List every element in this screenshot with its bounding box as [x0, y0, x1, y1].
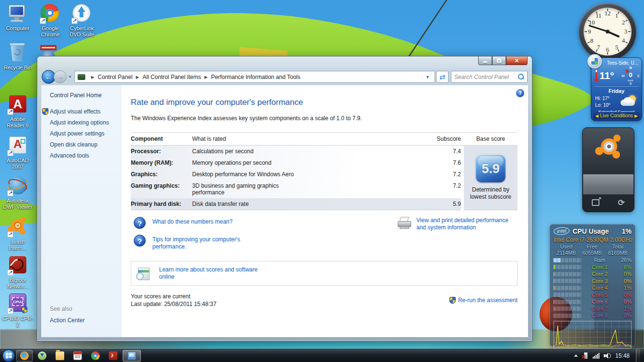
clock-face: 123456789101112: [584, 8, 632, 56]
sidebar-item-open-disk-cleanup[interactable]: Open disk cleanup: [50, 141, 121, 148]
search-icon[interactable]: [518, 74, 524, 80]
sidebar-item-action-center[interactable]: Action Center: [50, 317, 85, 324]
battery-icon[interactable]: ✕: [582, 352, 588, 359]
desktop-icon-autocad[interactable]: A AutoCAD 2007: [2, 135, 34, 170]
breadcrumb-arrow-icon: ▶: [133, 75, 143, 79]
cpu-total-usage: 1%: [622, 227, 632, 235]
row-component: Primary hard disk:: [131, 201, 192, 207]
address-bar[interactable]: ▶ Control Panel ▶ All Control Panel Item…: [74, 71, 435, 83]
refresh-button[interactable]: ⇄: [436, 71, 448, 83]
address-dropdown-icon[interactable]: ▼: [422, 75, 433, 79]
help-icon[interactable]: ?: [516, 89, 524, 97]
col-component: Component: [131, 136, 192, 142]
cpu-usage-row: Core 50%: [553, 292, 632, 299]
volume-icon[interactable]: [604, 352, 611, 359]
cpu-usage-row: Core 20%: [553, 271, 632, 278]
breadcrumb-arrow-icon: ▶: [201, 75, 211, 79]
desktop-icon-google-chrome[interactable]: Google Chrome: [34, 3, 66, 38]
link-label[interactable]: What do these numbers mean?: [152, 217, 232, 226]
breadcrumb-performance-tools[interactable]: Performance Information and Tools: [211, 74, 300, 80]
avast-icon: [7, 216, 29, 238]
live-conditions-bar[interactable]: ◀ Live Conditions ▶: [593, 112, 640, 119]
desktop-icon-recycle-bin[interactable]: Recycle Bin: [2, 42, 34, 71]
taskbar-item-firefox[interactable]: [16, 350, 33, 362]
row-subscore: 5.9: [431, 201, 461, 207]
compass-s: S: [630, 82, 632, 85]
usage-gauge: [553, 286, 581, 290]
desktop-icon-label: Adobe Reader 9: [2, 116, 34, 129]
close-button[interactable]: ✕: [506, 57, 528, 65]
desktop-icon-avast[interactable]: avast! Intern...: [2, 216, 34, 251]
link-rerun-assessment[interactable]: Re-run the assessment: [449, 293, 518, 308]
row-rated: 3D business and gaming graphics performa…: [192, 182, 297, 196]
desktop-icon-label: Recycle Bin: [2, 65, 34, 71]
weather-gadget[interactable]: Tees-Side, U... 11° N S W E 0 km/h Frida…: [591, 57, 642, 121]
show-desktop-button[interactable]: [636, 349, 640, 362]
taskbar-item-red-app[interactable]: [105, 350, 121, 362]
link-what-numbers-mean[interactable]: ? What do these numbers mean?: [134, 217, 398, 229]
refresh-icon[interactable]: ⟳: [618, 198, 625, 208]
desktop-icon-cpuz[interactable]: CPUZ CPUID CPU-Z: [2, 293, 34, 328]
desktop-icon-autodesk-dwf-viewer[interactable]: Autodesk DWF Viewer: [2, 175, 34, 210]
clock-tick: [585, 31, 587, 32]
cpu-model: Intel Core i7-2630QM 2.00GHz: [553, 237, 632, 243]
taskbar-item-chrome[interactable]: [87, 350, 104, 362]
desktop-icon-bigfoot-networks[interactable]: Bigfoot Networ...: [2, 255, 34, 290]
desktop-icon-computer[interactable]: Computer: [2, 3, 34, 32]
cpuz-icon: CPUZ: [7, 293, 29, 314]
bigfoot-icon: [7, 255, 29, 276]
link-view-print[interactable]: View and print detailed performance and …: [398, 217, 518, 256]
system-tray: ✕ 15:48: [574, 349, 644, 362]
cpu-row-value: 0%: [615, 299, 632, 305]
show-hidden-icons-chevron[interactable]: [574, 354, 578, 357]
sidebar-item-control-panel-home[interactable]: Control Panel Home: [50, 92, 121, 99]
status-row: Your scores are current Last update: 25/…: [131, 293, 518, 308]
link-label[interactable]: Re-run the assessment: [458, 297, 518, 304]
search-box[interactable]: [451, 71, 528, 83]
avast-gadget[interactable]: ⟳: [582, 127, 634, 212]
link-label[interactable]: Tips for improving your computer's perfo…: [152, 235, 263, 250]
taskbar-item-idm[interactable]: [34, 350, 50, 362]
breadcrumb-all-items[interactable]: All Control Panel Items: [142, 74, 201, 80]
sidebar-item-adjust-indexing-options[interactable]: Adjust indexing options: [50, 119, 121, 126]
cpu-usage-gadget[interactable]: intel CPU Usage 1% Intel Core i7-2630QM …: [550, 224, 635, 347]
maximize-button[interactable]: [492, 57, 506, 65]
learn-more-box[interactable]: Learn more about scores and software onl…: [131, 261, 518, 286]
row-subscore: 7.4: [431, 148, 461, 155]
open-window-icon[interactable]: [592, 199, 599, 206]
forward-button[interactable]: →: [54, 70, 67, 83]
taskbar-item-control-panel[interactable]: [123, 350, 141, 362]
minimize-button[interactable]: [478, 57, 492, 65]
sidebar-item-adjust-visual-effects[interactable]: Adjust visual effects: [50, 108, 121, 115]
base-score-value: 5.9: [482, 161, 500, 176]
desktop-icon-label: AutoCAD 2007: [2, 158, 34, 170]
memory-headers: UsedFreeTotal: [553, 244, 632, 249]
cpu-row-label: Ram: [584, 257, 615, 263]
network-signal-icon[interactable]: [593, 353, 599, 359]
cpu-usage-row: Core 71%: [553, 305, 632, 313]
desktop-icon-label: Computer: [2, 25, 34, 32]
clock-gadget[interactable]: 123456789101112: [579, 3, 636, 60]
search-input[interactable]: [454, 74, 518, 80]
link-label[interactable]: View and print detailed performance and …: [416, 217, 518, 231]
link-tips-improving[interactable]: ? Tips for improving your computer's per…: [134, 235, 398, 250]
start-button[interactable]: [2, 350, 15, 362]
row-rated: Memory operations per second: [192, 159, 297, 166]
desktop-icon-label: CyberLink DVD Suite: [66, 25, 98, 38]
usage-gauge: [553, 272, 581, 276]
location-icon: [78, 74, 85, 80]
sidebar-item-adjust-power-settings[interactable]: Adjust power settings: [50, 130, 121, 137]
next-arrow-icon[interactable]: ▶: [634, 113, 638, 118]
link-learn-more[interactable]: Learn more about scores and software onl…: [159, 266, 274, 281]
row-component: Processor:: [131, 148, 192, 155]
taskbar-item-explorer[interactable]: [52, 350, 68, 362]
taskbar-clock[interactable]: 15:48: [615, 352, 630, 359]
desktop-icon-cyberlink-dvd-suite[interactable]: CyberLink DVD Suite: [66, 3, 98, 38]
breadcrumb-control-panel[interactable]: Control Panel: [98, 74, 133, 80]
compass-n: N: [629, 66, 632, 69]
sidebar-item-advanced-tools[interactable]: Advanced tools: [50, 152, 121, 159]
taskbar-item-calendar[interactable]: [69, 350, 86, 362]
recent-pages-dropdown-icon[interactable]: ▼: [68, 75, 72, 79]
desktop-icon-adobe-reader[interactable]: A Adobe Reader 9: [2, 94, 34, 129]
prev-arrow-icon[interactable]: ◀: [595, 113, 598, 118]
